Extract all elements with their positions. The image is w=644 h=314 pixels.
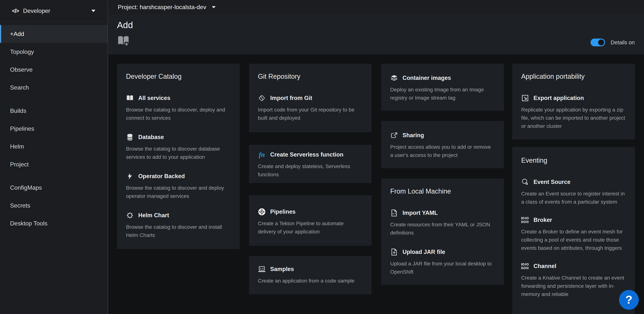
tile-upload-jar-file[interactable]: Upload JAR file Upload a JAR file from y… bbox=[390, 248, 495, 276]
git-icon bbox=[258, 94, 266, 102]
event-source-icon bbox=[521, 178, 529, 186]
tile-heading: Operator Backed bbox=[138, 173, 185, 180]
binary-broker-icon bbox=[521, 216, 529, 224]
tile-heading: Export application bbox=[534, 95, 584, 101]
tile-import-yaml[interactable]: Import YAML Create resources from their … bbox=[390, 209, 495, 237]
tile-heading: Sharing bbox=[402, 132, 424, 139]
sidebar-item-helm[interactable]: Helm bbox=[0, 138, 108, 155]
card-title: Git Repository bbox=[258, 73, 362, 80]
tile-description: Replicate your application by exporting … bbox=[521, 106, 626, 130]
tile-pipelines[interactable]: Pipelines Create a Tekton Pipeline to au… bbox=[258, 208, 362, 236]
card-developer-catalog[interactable]: Developer Catalog All services Browse th… bbox=[117, 64, 240, 249]
tile-samples[interactable]: Samples Create an application from a cod… bbox=[258, 265, 362, 285]
sidebar-item-configmaps[interactable]: ConfigMaps bbox=[0, 179, 108, 197]
tile-database[interactable]: Database Browse the catalog to discover … bbox=[126, 133, 231, 161]
tile-description: Browse the catalog to discover, deploy a… bbox=[126, 106, 231, 122]
sidebar-item-label: +Add bbox=[10, 30, 24, 37]
sidebar-item-label: Secrets bbox=[10, 202, 30, 209]
card-container-images[interactable]: Container images Deploy an existing Imag… bbox=[381, 64, 504, 111]
tile-sharing[interactable]: Sharing Project access allows you to add… bbox=[390, 131, 495, 159]
sidebar-item-label: Desktop Tools bbox=[10, 220, 47, 227]
laptop-code-icon bbox=[258, 265, 266, 273]
share-icon bbox=[390, 131, 398, 139]
card-application-portability[interactable]: Application portability Export applicati… bbox=[512, 64, 635, 139]
tekton-pipelines-icon bbox=[258, 208, 266, 216]
project-selector[interactable]: Project: harshcasper-localsta-dev bbox=[118, 4, 206, 10]
card-serverless-function[interactable]: fn Create Serverless function Create and… bbox=[249, 145, 372, 183]
export-icon bbox=[521, 94, 529, 102]
tile-container-images[interactable]: Container images Deploy an existing Imag… bbox=[390, 74, 495, 102]
tile-import-from-git[interactable]: Import from Git Import code from your Gi… bbox=[258, 94, 362, 122]
sidebar-item-builds[interactable]: Builds bbox=[0, 102, 108, 120]
tile-create-serverless-function[interactable]: fn Create Serverless function Create and… bbox=[258, 151, 362, 179]
openshift-console-app: </> Developer +Add Topology Observe Sear… bbox=[0, 0, 644, 314]
sidebar-item-label: Pipelines bbox=[10, 125, 34, 132]
tile-heading: Samples bbox=[270, 266, 294, 273]
page-header: Add Details on bbox=[108, 15, 644, 54]
sidebar-item-topology[interactable]: Topology bbox=[0, 43, 108, 61]
add-page: Add Details on Developer Catalog bbox=[108, 15, 644, 314]
helm-wheel-icon bbox=[126, 211, 134, 219]
sidebar-item-secrets[interactable]: Secrets bbox=[0, 197, 108, 214]
tile-heading: Pipelines bbox=[270, 209, 296, 215]
quick-start-book-plus-icon[interactable] bbox=[118, 35, 129, 47]
sidebar-item-label: ConfigMaps bbox=[10, 184, 42, 191]
tile-operator-backed[interactable]: Operator Backed Browse the catalog to di… bbox=[126, 172, 231, 200]
function-fn-icon: fn bbox=[258, 151, 266, 159]
sidebar: </> Developer +Add Topology Observe Sear… bbox=[0, 0, 108, 314]
tile-heading: Channel bbox=[534, 263, 556, 270]
tile-export-application[interactable]: Export application Replicate your applic… bbox=[521, 94, 626, 130]
bolt-icon bbox=[126, 172, 134, 180]
file-code-icon bbox=[390, 209, 398, 217]
sidebar-item-label: Helm bbox=[10, 143, 24, 150]
tile-heading: Event Source bbox=[534, 179, 570, 185]
details-toggle[interactable] bbox=[590, 38, 605, 46]
code-icon: </> bbox=[12, 8, 19, 14]
tile-heading: Container images bbox=[402, 75, 451, 81]
card-pipelines[interactable]: Pipelines Create a Tekton Pipeline to au… bbox=[249, 195, 372, 246]
tile-heading: Import from Git bbox=[270, 95, 312, 101]
sidebar-item-search[interactable]: Search bbox=[0, 78, 108, 96]
sidebar-nav: +Add Topology Observe Search Builds Pipe… bbox=[0, 22, 108, 235]
card-samples[interactable]: Samples Create an application from a cod… bbox=[249, 256, 372, 294]
sidebar-item-observe[interactable]: Observe bbox=[0, 61, 108, 78]
card-title: Eventing bbox=[521, 157, 626, 164]
sidebar-item-pipelines[interactable]: Pipelines bbox=[0, 120, 108, 138]
tile-helm-chart[interactable]: Helm Chart Browse the catalog to discove… bbox=[126, 211, 231, 239]
tile-all-services[interactable]: All services Browse the catalog to disco… bbox=[126, 94, 231, 122]
card-title: From Local Machine bbox=[390, 187, 495, 195]
sidebar-item-label: Observe bbox=[10, 66, 32, 73]
question-mark-icon: ? bbox=[625, 293, 632, 306]
card-sharing[interactable]: Sharing Project access allows you to add… bbox=[381, 121, 504, 168]
tile-heading: All services bbox=[138, 95, 170, 101]
tile-channel[interactable]: Channel Create a Knative Channel to crea… bbox=[521, 262, 626, 298]
page-title: Add bbox=[117, 20, 133, 30]
card-title: Developer Catalog bbox=[126, 73, 231, 80]
database-icon bbox=[126, 133, 134, 141]
sidebar-item-add[interactable]: +Add bbox=[0, 25, 108, 43]
tile-event-source[interactable]: Event Source Create an Event source to r… bbox=[521, 178, 626, 206]
card-eventing[interactable]: Eventing Event Source Create an Event so… bbox=[512, 147, 635, 314]
tile-description: Browse the catalog to discover and insta… bbox=[126, 223, 231, 239]
tile-heading: Broker bbox=[534, 217, 552, 223]
sidebar-item-label: Builds bbox=[10, 107, 26, 114]
card-git-repository[interactable]: Git Repository Import from Git Import co… bbox=[249, 64, 372, 132]
tile-description: Deploy an existing Image from an Image r… bbox=[390, 86, 495, 102]
details-toggle-group: Details on bbox=[590, 38, 635, 46]
tile-description: Create a Knative Channel to create an ev… bbox=[521, 274, 626, 298]
perspective-switcher[interactable]: </> Developer bbox=[0, 0, 108, 22]
catalog-book-icon bbox=[126, 94, 134, 102]
help-button[interactable]: ? bbox=[619, 290, 639, 310]
sidebar-item-desktop-tools[interactable]: Desktop Tools bbox=[0, 214, 108, 232]
tile-description: Create an application from a code sample bbox=[258, 277, 362, 285]
perspective-switcher-label: Developer bbox=[23, 7, 91, 14]
tile-heading: Database bbox=[138, 134, 164, 141]
card-title: Application portability bbox=[521, 73, 626, 80]
layers-icon bbox=[390, 74, 398, 82]
sidebar-item-project[interactable]: Project bbox=[0, 155, 108, 173]
tile-description: Create an Event source to register inter… bbox=[521, 190, 626, 206]
tile-description: Browse the catalog to discover and deplo… bbox=[126, 184, 231, 200]
tile-description: Create a Broker to define an event mesh … bbox=[521, 228, 626, 252]
tile-broker[interactable]: Broker Create a Broker to define an even… bbox=[521, 216, 626, 252]
card-from-local-machine[interactable]: From Local Machine Import YAML Create re… bbox=[381, 179, 504, 285]
